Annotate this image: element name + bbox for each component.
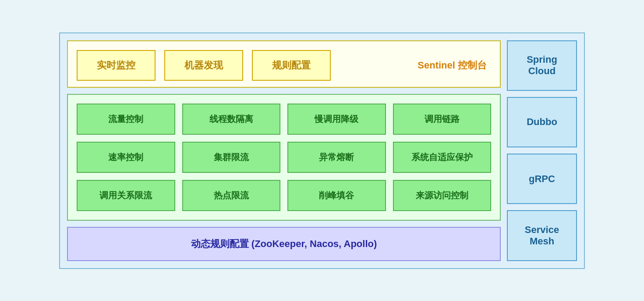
feature-exception-breaker: 异常熔断 — [287, 142, 386, 173]
sidebar-service-mesh: Service Mesh — [507, 210, 577, 261]
feature-peak-shaving: 削峰填谷 — [287, 180, 386, 211]
sentinel-label: Sentinel 控制台 — [418, 59, 491, 72]
main-container: 实时监控 机器发现 规则配置 Sentinel 控制台 流量控制 线程数隔离 慢… — [59, 32, 585, 269]
features-row-3: 调用关系限流 热点限流 削峰填谷 来源访问控制 — [77, 180, 491, 211]
main-content: 实时监控 机器发现 规则配置 Sentinel 控制台 流量控制 线程数隔离 慢… — [67, 40, 501, 261]
features-row-1: 流量控制 线程数隔离 慢调用降级 调用链路 — [77, 104, 491, 135]
feature-cluster-limit: 集群限流 — [182, 142, 281, 173]
sidebar-dubbo: Dubbo — [507, 97, 577, 147]
feature-thread-isolation: 线程数隔离 — [182, 104, 281, 135]
feature-slow-call-degrade: 慢调用降级 — [287, 104, 386, 135]
sidebar-grpc: gRPC — [507, 154, 577, 204]
feature-flow-control: 流量控制 — [77, 104, 175, 135]
feature-rate-control: 速率控制 — [77, 142, 175, 173]
sidebar-spring-cloud: Spring Cloud — [507, 40, 577, 91]
sentinel-box-config: 规则配置 — [252, 50, 331, 81]
feature-call-chain: 调用链路 — [393, 104, 492, 135]
feature-source-access-control: 来源访问控制 — [393, 180, 492, 211]
right-sidebar: Spring Cloud Dubbo gRPC Service Mesh — [507, 40, 577, 261]
features-row-2: 速率控制 集群限流 异常熔断 系统自适应保护 — [77, 142, 491, 173]
sentinel-box-monitor: 实时监控 — [77, 50, 156, 81]
feature-call-relation-limit: 调用关系限流 — [77, 180, 175, 211]
features-panel: 流量控制 线程数隔离 慢调用降级 调用链路 速率控制 集群限流 异常熔断 系统自… — [67, 94, 501, 221]
feature-system-adaptive: 系统自适应保护 — [393, 142, 492, 173]
sentinel-box-discovery: 机器发现 — [164, 50, 243, 81]
sentinel-panel: 实时监控 机器发现 规则配置 Sentinel 控制台 — [67, 40, 501, 88]
dynamic-config-panel: 动态规则配置 (ZooKeeper, Nacos, Apollo) — [67, 227, 501, 261]
sentinel-top: 实时监控 机器发现 规则配置 Sentinel 控制台 — [77, 50, 491, 81]
feature-hotspot-limit: 热点限流 — [182, 180, 281, 211]
